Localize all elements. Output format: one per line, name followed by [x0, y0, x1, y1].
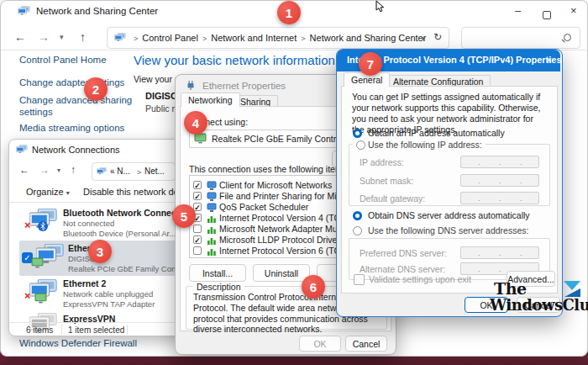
disable-network-device-button[interactable]: Disable this network device: [83, 187, 186, 197]
ethernet-properties-plug-icon: [186, 80, 196, 91]
network-connections-icon: [16, 145, 28, 154]
checkbox-unchecked[interactable]: [193, 225, 202, 233]
nc-forward-icon[interactable]: →: [39, 164, 50, 176]
ipv4-close-icon[interactable]: ×: [545, 54, 552, 66]
radio-obtain-dns-label: Obtain DNS server address automatically: [368, 210, 530, 220]
connection-name: Bluetooth Network Connection: [63, 208, 186, 218]
annotation-badge-4: 4: [184, 111, 207, 135]
radio-obtain-ip-label: Obtain an IP address automatically: [368, 128, 505, 138]
minimize-button[interactable]: –: [515, 4, 521, 17]
sidebar-item-change-advanced-sharing[interactable]: Change advanced sharing settings: [19, 94, 147, 118]
forward-button-icon[interactable]: →: [38, 30, 50, 44]
window-title: Network and Sharing Center: [36, 6, 158, 16]
organize-menu[interactable]: Organize ▾: [26, 187, 70, 197]
client-icon: [207, 181, 217, 191]
close-button[interactable]: ×: [570, 4, 577, 17]
checkbox-unchecked[interactable]: [193, 246, 202, 255]
refresh-icon[interactable]: ↻: [433, 31, 442, 43]
radio-obtain-ip[interactable]: [353, 129, 362, 138]
up-button-icon[interactable]: ↑: [80, 30, 86, 44]
address-dropdown-caret-icon[interactable]: ▾: [421, 34, 425, 43]
annotation-badge-3: 3: [88, 240, 112, 263]
protocol-icon: [207, 225, 217, 235]
validate-checkbox-label: Validate settings upon exit: [369, 274, 471, 284]
checkbox-checked[interactable]: ✓: [193, 235, 202, 244]
checkbox-checked[interactable]: ✓: [193, 192, 202, 200]
nc-breadcrumb-prefix[interactable]: « N...: [110, 167, 130, 176]
disconnected-x-icon: ×: [24, 289, 31, 302]
recent-pages-caret-icon[interactable]: ▾: [60, 33, 64, 41]
sidebar-item-change-adapter-settings[interactable]: Change adapter settings: [19, 77, 124, 87]
nc-address-icon: [97, 167, 107, 175]
alternate-dns-label: Alternate DNS server:: [360, 264, 445, 274]
adapter-plug-icon: [31, 257, 44, 268]
general-tab-panel: You can get IP settings assigned automat…: [341, 86, 558, 294]
disconnected-x-icon: ×: [24, 219, 31, 231]
checkbox-checked[interactable]: ✓: [193, 181, 202, 189]
nc-breadcrumb-current[interactable]: Net...: [144, 167, 165, 176]
breadcrumb-separator: >: [133, 168, 145, 177]
annotation-badge-6: 6: [302, 275, 325, 299]
uninstall-button[interactable]: Uninstall: [253, 264, 310, 282]
breadcrumb-separator: >: [297, 34, 309, 43]
ok-button[interactable]: OK: [299, 336, 341, 352]
sidebar-item-control-panel-home[interactable]: Control Panel Home: [19, 55, 107, 65]
mouse-cursor: [375, 0, 386, 13]
connection-status: Network cable unplugged: [63, 289, 153, 299]
connection-row-ethernet2[interactable]: × Ethernet 2 Network cable unplugged Exp…: [9, 276, 186, 311]
connection-name: Ethernet 2: [63, 278, 106, 288]
logo-line1: The: [494, 279, 527, 298]
connection-row-expressvpn[interactable]: ExpressVPN: [9, 311, 186, 323]
annotation-badge-1: 1: [277, 1, 301, 24]
checkbox-checked[interactable]: ✓: [193, 203, 202, 211]
cancel-button[interactable]: Cancel: [345, 336, 387, 352]
connection-device: ExpressVPN TAP Adapter: [63, 299, 155, 309]
validate-checkbox[interactable]: [354, 274, 365, 285]
network-connections-title: Network Connections: [32, 145, 120, 155]
search-box[interactable]: [461, 27, 580, 49]
breadcrumb-separator: >: [198, 34, 211, 43]
ethernet-connection-icon: [34, 244, 66, 271]
screenshot-canvas: Network and Sharing Center – × ← → ▾ ↑ >…: [0, 0, 588, 365]
default-gateway-field[interactable]: . . .: [460, 192, 539, 204]
nc-caret-icon[interactable]: ▾: [57, 167, 60, 174]
radio-use-dns[interactable]: [353, 226, 362, 235]
protocol-icon: [207, 235, 217, 246]
radio-use-ip-label: Use the following IP address:: [368, 140, 482, 150]
breadcrumb-separator: >: [129, 34, 142, 43]
sidebar-item-windows-defender-firewall[interactable]: Windows Defender Firewall: [19, 338, 137, 348]
network-connections-window: Network Connections ← → ▾ ↑ « N... > Net…: [8, 139, 186, 336]
tab-networking[interactable]: Networking: [181, 93, 240, 107]
ipv4-properties-dialog: Internet Protocol Version 4 (TCP/IPv4) P…: [336, 49, 563, 317]
breadcrumb-network-sharing-center[interactable]: Network and Sharing Center: [310, 33, 427, 43]
preferred-dns-label: Preferred DNS server:: [360, 248, 447, 258]
ip-address-field[interactable]: . . .: [460, 156, 539, 168]
maximize-button[interactable]: [543, 8, 551, 23]
sidebar-item-media-streaming[interactable]: Media streaming options: [19, 123, 124, 133]
address-bar[interactable]: >Control Panel>Network and Internet>Netw…: [107, 27, 449, 49]
default-gateway-label: Default gateway:: [360, 193, 425, 204]
preferred-dns-field[interactable]: . . .: [460, 246, 539, 259]
connection-row-bluetooth[interactable]: × Bluetooth Network Connection Not conne…: [9, 205, 186, 241]
nc-back-icon[interactable]: ←: [19, 164, 29, 176]
tab-alternate-configuration[interactable]: Alternate Configuration: [386, 75, 491, 87]
status-selection: 1 item selected: [68, 325, 124, 335]
connection-device: Realtek PCIe GbE Family Cont...: [68, 264, 185, 273]
breadcrumb-network-and-internet[interactable]: Network and Internet: [211, 33, 297, 43]
breadcrumb-control-panel[interactable]: Control Panel: [142, 33, 198, 43]
bluetooth-connection-icon: ×: [28, 209, 60, 235]
organize-caret-icon: ▾: [66, 189, 70, 197]
back-button-icon[interactable]: ←: [14, 30, 26, 44]
subnet-mask-field[interactable]: . . .: [460, 174, 539, 187]
ip-address-label: IP address:: [360, 157, 404, 167]
nc-up-icon[interactable]: ↑: [71, 164, 76, 176]
adapter-plug-icon: [34, 293, 47, 304]
radio-use-ip[interactable]: [356, 140, 365, 150]
radio-obtain-dns[interactable]: [353, 211, 362, 220]
adapter-name: Realtek PCIe GbE Family Controller: [212, 134, 353, 144]
annotation-badge-2: 2: [84, 77, 108, 101]
search-icon: [564, 34, 571, 41]
install-button[interactable]: Install...: [189, 264, 246, 282]
nc-address-bar[interactable]: « N... > Net...: [92, 162, 176, 181]
logo-line2: WindowsClub: [490, 296, 588, 314]
